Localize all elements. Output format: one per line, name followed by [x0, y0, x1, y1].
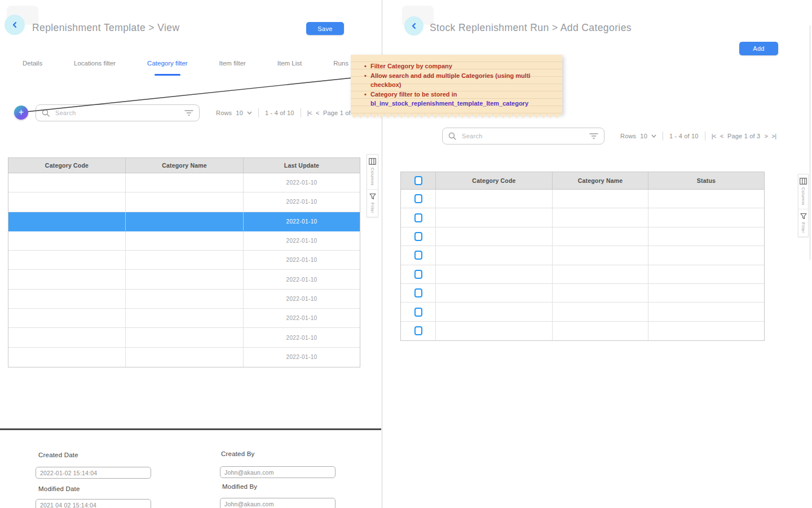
table-row[interactable]: 2022-01-10	[8, 192, 360, 212]
data-cell	[648, 322, 764, 340]
data-cell	[553, 208, 648, 226]
data-cell	[648, 265, 764, 283]
row-checkbox[interactable]	[414, 288, 422, 297]
add-categories-table: Category CodeCategory NameStatus	[400, 172, 765, 341]
table-row[interactable]	[401, 322, 764, 340]
columns-toggle[interactable]: Columns	[798, 174, 808, 209]
modified-date-field[interactable]	[36, 499, 151, 508]
row-checkbox[interactable]	[414, 213, 422, 222]
section-divider	[0, 428, 381, 430]
last-page-button[interactable]: >|	[771, 133, 776, 139]
tab-details[interactable]: Details	[23, 60, 42, 76]
table-row[interactable]	[401, 303, 764, 321]
previous-page-button[interactable]: <	[316, 110, 319, 116]
rows-per-page-value[interactable]: 10	[236, 110, 243, 116]
table-row[interactable]	[401, 208, 764, 227]
modified-by-field[interactable]	[220, 498, 336, 508]
chevron-down-icon[interactable]	[247, 111, 252, 115]
data-cell	[8, 173, 126, 192]
tab-category-filter[interactable]: Category filter	[147, 60, 188, 76]
data-cell	[436, 227, 553, 246]
row-checkbox[interactable]	[414, 232, 422, 241]
columns-label: Columns	[370, 168, 374, 186]
table-row[interactable]: 2022-01-10	[8, 290, 360, 309]
data-cell	[8, 192, 126, 211]
created-by-label: Created By	[221, 450, 255, 457]
save-button[interactable]: Save	[306, 22, 344, 35]
search-input[interactable]	[54, 109, 180, 117]
table-row[interactable]: 2022-01-10	[8, 231, 360, 251]
filter-list-icon[interactable]	[184, 110, 193, 116]
row-checkbox[interactable]	[414, 251, 422, 260]
table-row[interactable]	[401, 246, 764, 265]
data-cell	[436, 190, 553, 208]
select-all-checkbox[interactable]	[414, 176, 422, 185]
tab-item-list[interactable]: Item List	[277, 60, 302, 76]
filter-label: Filter	[801, 222, 805, 233]
back-button[interactable]	[404, 16, 423, 36]
column-header: Category Code	[8, 158, 126, 173]
previous-page-button[interactable]: <	[720, 133, 723, 139]
data-cell	[436, 284, 553, 302]
created-by-field[interactable]	[220, 466, 336, 478]
columns-toggle[interactable]: Columns	[367, 155, 378, 189]
data-cell	[126, 309, 244, 327]
note-bullet: Allow search and add multiple Categories…	[363, 71, 551, 90]
table-header-row: Category CodeCategory NameLast Update	[8, 158, 360, 173]
table-row[interactable]	[401, 284, 764, 303]
table-row[interactable]: 2022-01-10	[8, 212, 360, 231]
first-page-button[interactable]: |<	[712, 133, 716, 139]
search-input[interactable]	[461, 132, 585, 140]
table-row[interactable]: 2022-01-10	[8, 328, 360, 347]
tab-item-filter[interactable]: Item filter	[219, 60, 246, 76]
table-row[interactable]: 2022-01-10	[8, 309, 360, 328]
table-row[interactable]: 2022-01-10	[8, 173, 360, 192]
next-page-button[interactable]: >	[764, 133, 767, 139]
checkbox-cell	[401, 227, 436, 246]
row-range-text: 1 - 4 of 10	[265, 110, 294, 116]
data-cell	[126, 173, 244, 192]
pagination-bar: Rows 10 1 - 4 of 10 |< < Page 1 of 3	[216, 104, 356, 121]
funnel-icon	[369, 193, 376, 200]
filter-toggle[interactable]: Filter	[367, 189, 378, 217]
row-checkbox[interactable]	[414, 308, 422, 317]
row-checkbox[interactable]	[414, 326, 422, 335]
data-cell	[126, 348, 244, 367]
row-checkbox[interactable]	[414, 194, 422, 203]
chevron-down-icon[interactable]	[651, 134, 656, 138]
data-cell	[648, 190, 764, 208]
table-row[interactable]	[401, 227, 764, 246]
back-button[interactable]	[5, 15, 25, 35]
add-record-button[interactable]: +	[14, 106, 28, 120]
add-button[interactable]: Add	[739, 42, 778, 55]
table-row[interactable]	[401, 265, 764, 284]
table-row[interactable]	[401, 190, 764, 208]
row-range-text: 1 - 4 of 10	[669, 133, 699, 139]
rows-per-page-value[interactable]: 10	[640, 133, 647, 139]
data-cell	[553, 284, 648, 302]
row-checkbox[interactable]	[414, 270, 422, 279]
table-tools-strip: Columns Filter	[798, 174, 809, 237]
pager-divider	[258, 108, 259, 117]
column-header: Category Code	[436, 172, 553, 189]
rows-label: Rows	[216, 110, 232, 116]
note-zigzag-edge	[351, 114, 562, 119]
table-row[interactable]: 2022-01-10	[8, 270, 360, 289]
data-cell	[648, 284, 764, 302]
filter-list-icon[interactable]	[589, 133, 598, 139]
last-update-cell: 2022-01-10	[244, 231, 360, 250]
filter-toggle[interactable]: Filter	[798, 209, 808, 237]
table-row[interactable]: 2022-01-10	[8, 251, 360, 270]
data-cell	[553, 190, 648, 208]
columns-icon	[800, 178, 807, 185]
table-row[interactable]: 2022-01-10	[8, 348, 360, 367]
created-date-field[interactable]	[36, 467, 151, 479]
tab-locations-filter[interactable]: Locations filter	[74, 60, 116, 76]
data-cell	[8, 270, 126, 288]
data-cell	[553, 303, 648, 321]
data-cell	[648, 208, 764, 226]
first-page-button[interactable]: |<	[307, 110, 312, 116]
modified-by-label: Modified By	[222, 483, 257, 490]
columns-icon	[369, 158, 376, 165]
tab-runs[interactable]: Runs	[333, 60, 348, 76]
